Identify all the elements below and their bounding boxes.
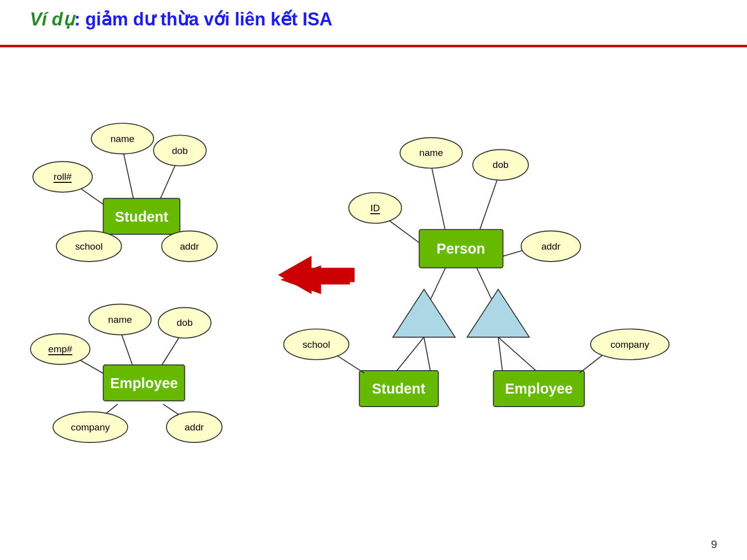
svg-line-1	[158, 160, 177, 203]
person-entity-label: Person	[437, 241, 485, 257]
employee-addr-label: addr	[185, 422, 204, 432]
student-entity-right-label: Student	[372, 381, 426, 397]
student-name-label: name	[111, 134, 135, 144]
svg-line-16	[393, 337, 424, 376]
employee-emp-label: emp#	[48, 344, 72, 354]
title-area: Ví dụ: giảm dư thừa với liên kết ISA	[30, 9, 717, 30]
right-school-label: school	[302, 339, 330, 350]
svg-line-10	[431, 165, 446, 232]
employee-dob-label: dob	[177, 317, 193, 328]
person-name-label: name	[419, 147, 443, 158]
employee-company-label: company	[71, 422, 110, 432]
person-addr-label: addr	[541, 241, 561, 252]
svg-line-11	[479, 177, 498, 232]
title-vi: Ví dụ	[30, 9, 74, 29]
svg-line-19	[498, 337, 541, 376]
person-id-label: ID	[370, 203, 380, 213]
svg-line-17	[424, 337, 431, 376]
svg-line-18	[498, 337, 503, 376]
diagram-area: Student name dob roll# school addr Emplo…	[0, 55, 747, 540]
student-entity-left-label: Student	[115, 209, 169, 225]
student-school-label: school	[75, 241, 103, 252]
student-dob-label: dob	[172, 145, 188, 156]
person-dob-label: dob	[493, 159, 509, 170]
red-divider	[0, 45, 747, 47]
right-company-label: company	[610, 339, 649, 350]
employee-name-label: name	[108, 314, 132, 325]
student-roll-label: roll#	[53, 171, 72, 182]
isa-triangle-student	[393, 289, 455, 337]
svg-line-0	[123, 148, 135, 203]
employee-entity-left-label: Employee	[110, 375, 178, 391]
isa-triangle-employee	[467, 289, 529, 337]
page-number: 9	[711, 538, 717, 551]
employee-entity-right-label: Employee	[505, 381, 573, 397]
student-addr-label: addr	[180, 241, 199, 252]
title-rest: : giảm dư thừa với liên kết ISA	[74, 9, 332, 29]
